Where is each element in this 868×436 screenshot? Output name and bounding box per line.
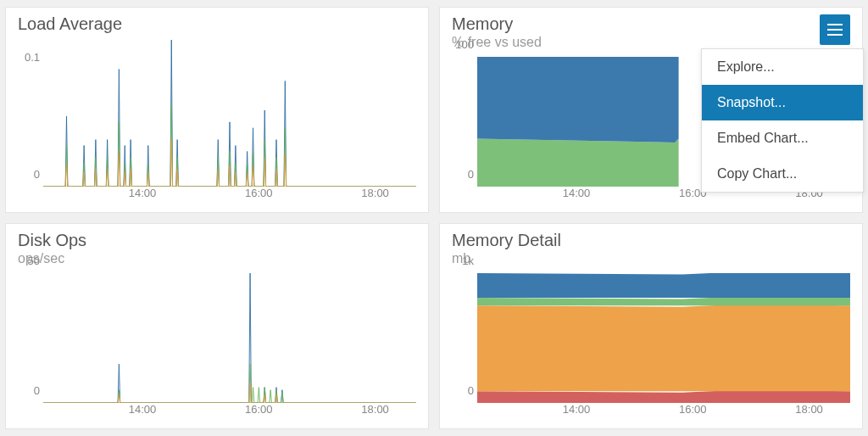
- card-memory: Memory % free vs used Explore...Snapshot…: [439, 7, 863, 213]
- y-axis-ticks: 0 0.1: [18, 40, 43, 187]
- card-title: Disk Ops: [18, 231, 416, 249]
- menu-item[interactable]: Snapshot...: [702, 85, 863, 120]
- card-memory-detail: Memory Detail mb 0 1k 14:00 16:00 18:00: [439, 223, 863, 429]
- card-load-average: Load Average 0 0.1 14:00 16:00 18:00: [5, 7, 429, 213]
- chart-svg: [43, 273, 416, 403]
- x-axis-ticks: 14:00 16:00 18:00: [477, 403, 850, 420]
- menu-item[interactable]: Explore...: [702, 49, 863, 85]
- card-title: Memory Detail: [452, 231, 850, 249]
- card-disk-ops: Disk Ops ops/sec 0 50 14:00 16:00 18:00: [5, 223, 429, 429]
- x-axis-ticks: 14:00 16:00 18:00: [43, 403, 416, 420]
- y-axis-ticks: 0 50: [18, 273, 43, 403]
- hamburger-icon: [827, 29, 843, 31]
- x-axis-ticks: 14:00 16:00 18:00: [43, 187, 416, 204]
- card-subtitle: mb: [452, 251, 850, 266]
- chart-memory-detail: 0 1k 14:00 16:00 18:00: [452, 273, 850, 420]
- card-subtitle: ops/sec: [18, 251, 416, 266]
- menu-item[interactable]: Embed Chart...: [702, 120, 863, 156]
- card-title: Load Average: [18, 14, 416, 33]
- chart-menu-button[interactable]: [820, 14, 850, 45]
- chart-load-average: 0 0.1 14:00 16:00 18:00: [18, 40, 416, 204]
- dashboard: Load Average 0 0.1 14:00 16:00 18:00 Mem…: [0, 0, 868, 436]
- y-axis-ticks: 0 1k: [452, 273, 477, 403]
- chart-svg: [43, 40, 416, 187]
- card-title: Memory: [452, 14, 820, 33]
- chart-disk-ops: 0 50 14:00 16:00 18:00: [18, 273, 416, 420]
- chart-svg: [477, 273, 850, 403]
- y-axis-ticks: 0 100: [452, 57, 477, 187]
- menu-item[interactable]: Copy Chart...: [702, 156, 863, 192]
- chart-menu-dropdown: Explore...Snapshot...Embed Chart...Copy …: [701, 48, 864, 193]
